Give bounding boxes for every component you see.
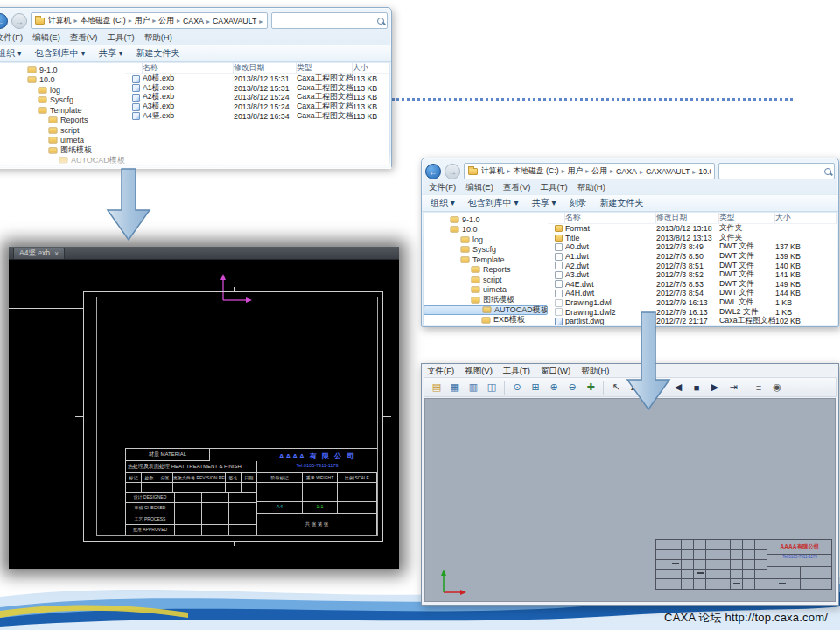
breadcrumb-item[interactable]: 计算机 xyxy=(48,16,80,26)
breadcrumb-item[interactable]: 公用 xyxy=(592,166,616,177)
zoom-out-icon[interactable]: ⊖ xyxy=(564,380,580,396)
print-icon[interactable]: ▥ xyxy=(466,380,481,396)
back-button[interactable]: ← xyxy=(425,164,441,179)
layers-icon[interactable]: ≡ xyxy=(751,380,766,396)
tree-item[interactable]: script xyxy=(424,275,548,285)
tree-item[interactable]: Syscfg xyxy=(1,95,125,106)
menu-item-file[interactable]: 文件(F) xyxy=(429,182,456,193)
breadcrumb-item[interactable]: 10.0 xyxy=(698,167,710,176)
zoom-realtime-icon[interactable]: ⊙ xyxy=(509,380,525,396)
pan-icon[interactable]: ✚ xyxy=(583,380,598,396)
menu-item-tools[interactable]: 工具(T) xyxy=(540,182,567,193)
zoom-in-icon[interactable]: ⊕ xyxy=(546,380,562,396)
address-box[interactable]: 计算机 本地磁盘 (C:) 用户 公用 CAXA CAXAVAULT 10.0 … xyxy=(464,163,715,179)
organize-button[interactable]: 组织 ▾ xyxy=(430,197,455,209)
burn-button[interactable]: 刻录 xyxy=(569,197,586,209)
address-box[interactable]: 计算机 本地磁盘 (C:) 用户 公用 CAXA CAXAVAULT 10.0 … xyxy=(31,12,268,29)
file-row[interactable]: A4E.dwt2012/7/3 8:53DWT 文件149 KB xyxy=(548,280,836,290)
include-in-library-button[interactable]: 包含到库中 ▾ xyxy=(468,197,519,209)
menu-item-tools[interactable]: 工具(T) xyxy=(107,32,134,44)
file-row[interactable]: Drawing1.dwl22012/7/9 16:13DWL2 文件1 KB xyxy=(548,307,836,317)
column-header-date[interactable]: 修改日期 xyxy=(656,213,719,223)
column-header-type[interactable]: 类型 xyxy=(297,63,353,74)
tab-a4-exb[interactable]: A4竖.exb × xyxy=(13,248,65,259)
tree-item-selected[interactable]: AUTOCAD模板 xyxy=(424,305,548,316)
share-button[interactable]: 共享 ▾ xyxy=(532,197,556,209)
file-row[interactable]: A4H.dwt2012/7/3 8:54DWT 文件144 KB xyxy=(548,289,836,298)
breadcrumb-item[interactable]: 计算机 xyxy=(481,166,513,177)
open-icon[interactable]: ▤ xyxy=(429,380,444,396)
tree-item[interactable]: Template xyxy=(1,105,125,116)
menu-item-tools[interactable]: 工具(T) xyxy=(503,366,530,377)
menu-item-edit[interactable]: 编辑(E) xyxy=(466,182,494,193)
tree-item[interactable]: log xyxy=(1,85,125,95)
nav-stop-icon[interactable]: ■ xyxy=(689,380,704,396)
menu-item-file[interactable]: 文件(F) xyxy=(0,32,23,44)
tree-item[interactable]: Syscfg xyxy=(424,245,548,256)
column-header-type[interactable]: 类型 xyxy=(719,213,775,223)
menu-item-view[interactable]: 视图(V) xyxy=(465,366,493,377)
breadcrumb-item[interactable]: 本地磁盘 (C:) xyxy=(80,16,134,26)
tree-item[interactable]: 10.0 xyxy=(424,225,548,235)
new-folder-button[interactable]: 新建文件夹 xyxy=(599,197,643,209)
zoom-window-icon[interactable]: ⊞ xyxy=(528,380,543,396)
file-row[interactable]: A2.dwt2012/7/3 8:51DWT 文件140 KB xyxy=(548,261,836,270)
close-icon[interactable]: × xyxy=(54,250,59,258)
file-row[interactable]: Format2013/8/12 13:18文件夹 xyxy=(548,224,836,234)
tree-item[interactable]: Reports xyxy=(1,116,125,126)
breadcrumb-item[interactable]: 本地磁盘 (C:) xyxy=(513,166,567,177)
back-button[interactable]: ← xyxy=(0,13,8,29)
tree-item[interactable]: AUTOCAD模板 xyxy=(1,156,125,166)
menu-item-view[interactable]: 查看(V) xyxy=(70,32,98,44)
save-icon[interactable]: ▦ xyxy=(447,380,463,396)
tree-item[interactable]: Template xyxy=(424,255,548,265)
tree-item[interactable]: 9-1.0 xyxy=(1,65,125,75)
tree-item[interactable]: EXB模板 xyxy=(424,315,548,325)
column-header-name[interactable]: 名称 xyxy=(565,213,656,223)
share-button[interactable]: 共享 ▾ xyxy=(99,47,123,60)
menu-item-help[interactable]: 帮助(H) xyxy=(578,182,606,193)
nav-last-icon[interactable]: ⇥ xyxy=(725,380,741,396)
organize-button[interactable]: 组织 ▾ xyxy=(0,47,22,60)
tree-item[interactable]: 9-1.0 xyxy=(424,214,548,225)
nav-next-icon[interactable]: ▶ xyxy=(707,380,723,396)
menu-item-edit[interactable]: 编辑(E) xyxy=(32,32,60,44)
stamp-icon[interactable]: ◉ xyxy=(769,380,785,396)
breadcrumb-item[interactable]: 公用 xyxy=(158,16,183,26)
forward-button[interactable]: → xyxy=(444,164,460,179)
drawing-canvas[interactable]: AAAA有限公司 Tel:0105-7911-1179 xyxy=(424,398,836,602)
breadcrumb-item[interactable]: 用户 xyxy=(568,166,592,177)
column-header-size[interactable]: 大小 xyxy=(353,63,389,74)
menu-item-help[interactable]: 帮助(H) xyxy=(144,32,172,44)
tree-item[interactable]: 10.0 xyxy=(1,75,125,86)
file-row[interactable]: A0.dwt2012/7/3 8:49DWT 文件137 KB xyxy=(548,242,836,252)
search-input[interactable] xyxy=(275,17,377,25)
file-row[interactable]: partlist.dwg2012/7/2 21:17Caxa工程图文档102 K… xyxy=(548,317,836,325)
file-row[interactable]: Drawing1.dwl2012/7/9 16:13DWL 文件1 KB xyxy=(548,298,836,308)
search-input[interactable] xyxy=(722,167,824,176)
breadcrumb-item[interactable]: CAXAVAULT xyxy=(213,17,263,25)
plot-preview-icon[interactable]: ◫ xyxy=(484,380,500,396)
file-row[interactable]: A4竖.exb2013/8/12 16:34Caxa工程图文档113 KB xyxy=(125,111,389,121)
column-header-size[interactable]: 大小 xyxy=(775,213,836,223)
breadcrumb-item[interactable]: 用户 xyxy=(135,16,159,26)
menu-item-help[interactable]: 帮助(H) xyxy=(581,366,609,377)
file-row[interactable]: A1.dwt2012/7/3 8:50DWT 文件139 KB xyxy=(548,252,836,262)
breadcrumb-item[interactable]: CAXA xyxy=(616,167,646,176)
menu-item-view[interactable]: 查看(V) xyxy=(503,182,531,193)
new-folder-button[interactable]: 新建文件夹 xyxy=(136,47,179,60)
tree-item[interactable]: log xyxy=(424,234,548,245)
file-row[interactable]: A3.dwt2012/7/3 8:52DWT 文件141 KB xyxy=(548,270,836,280)
column-header-date[interactable]: 修改日期 xyxy=(234,63,297,74)
menu-item-window[interactable]: 窗口(W) xyxy=(541,366,570,377)
file-row[interactable]: Title2013/8/12 13:13文件夹 xyxy=(548,234,836,243)
column-header-name[interactable]: 名称 xyxy=(143,63,234,74)
tree-item[interactable]: Reports xyxy=(424,265,548,276)
breadcrumb-item[interactable]: CAXAVAULT xyxy=(646,167,698,176)
forward-button[interactable]: → xyxy=(11,13,27,29)
menu-item-file[interactable]: 文件(F) xyxy=(427,366,454,377)
breadcrumb-item[interactable]: CAXA xyxy=(183,17,213,25)
include-in-library-button[interactable]: 包含到库中 ▾ xyxy=(35,47,86,60)
tree-item[interactable]: script xyxy=(1,125,125,136)
drawing-canvas[interactable]: 材质 MATERIAL 热处理及表面处理 HEAT TREATMENT & FI… xyxy=(9,260,399,569)
